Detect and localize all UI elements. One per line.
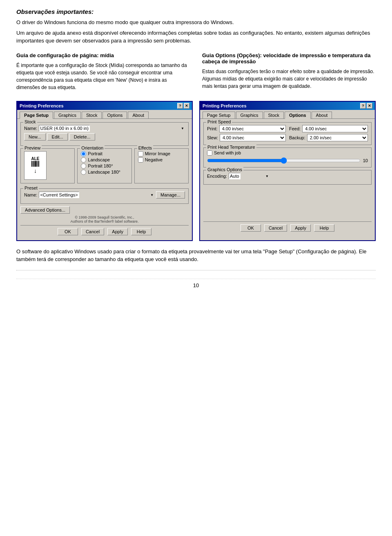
radio-portrait180-input[interactable] [81,163,86,169]
effects-label: Effects [137,145,153,150]
dialog-left-apply-btn[interactable]: Apply [107,228,128,235]
radio-portrait[interactable]: Portrait [81,151,128,156]
radio-landscape180-input[interactable] [81,170,86,175]
temp-slider[interactable] [207,157,361,164]
page-number: 10 [16,279,376,288]
print-speed-name: Print: [207,126,218,131]
stock-name-select[interactable]: USER (4.00 in x 6.00 in) [39,125,90,132]
orientation-group: Orientation Portrait Landscape Portrait … [77,148,131,183]
dialog-right-close-btn[interactable]: ✕ [367,103,372,109]
tab-stock[interactable]: Stock [82,112,102,118]
effects-checkboxes: Mirror Image Negative [138,151,185,163]
effects-group: Effects Mirror Image Negative [134,148,189,183]
print-head-temp-group: Print Head Temperature Send with job 10 [203,147,372,168]
preset-manage-btn[interactable]: Manage... [156,191,185,199]
tab-right-page-setup[interactable]: Page Setup [203,112,235,118]
negative-checkbox[interactable] [138,157,143,163]
radio-landscape-input[interactable] [81,157,86,163]
stock-new-btn[interactable]: New... [24,133,46,141]
encoding-label: Encoding: [207,174,227,179]
tab-right-graphics[interactable]: Graphics [236,112,263,118]
mirror-checkbox[interactable] [138,151,143,156]
send-with-job-checkbox[interactable] [207,150,212,156]
checkbox-mirror[interactable]: Mirror Image [138,151,185,156]
dialog-right-content: Print Speed Print: 4.00 in/sec Feed: 4.0… [200,119,375,237]
dialog-left-cancel-btn[interactable]: Cancel [81,228,104,235]
checkbox-negative[interactable]: Negative [138,157,185,163]
print-speed-label: Print Speed [206,119,232,124]
tab-options[interactable]: Options [102,112,127,118]
preset-name-label: Name: [24,192,37,197]
col-left-heading: Guia de configuração de página: mídia [16,52,190,58]
stock-name-row: Name: USER (4.00 in x 6.00 in) [24,125,185,132]
dialog-left-help-btn[interactable]: Help [131,228,151,235]
stock-group: Stock Name: USER (4.00 in x 6.00 in) New… [20,122,189,146]
preview-group: Preview ALE ↓ [20,148,75,183]
temp-value: 10 [363,158,368,163]
dialog-right-titlebar: Printing Preferences ? ✕ [200,102,375,110]
send-with-job-label: Send with job [214,150,241,155]
print-speed-select[interactable]: 4.00 in/sec [219,125,286,132]
preset-group: Preset Name: <Current Settings> Manage..… [20,188,189,204]
stock-delete-btn[interactable]: Delete... [69,133,95,141]
speed-row-1: Print: 4.00 in/sec Feed: 4.00 in/sec [207,125,368,132]
dialog-left-help-btn[interactable]: ? [177,103,183,109]
col-right: Guia Options (Opções): velocidade de imp… [202,52,376,94]
col-right-heading: Guia Options (Opções): velocidade de imp… [202,52,376,65]
encoding-select[interactable]: Auto [229,173,241,179]
tab-right-stock[interactable]: Stock [264,112,284,118]
dialog-right-apply-btn[interactable]: Apply [290,224,311,232]
print-speed-group: Print Speed Print: 4.00 in/sec Feed: 4.0… [203,122,372,145]
dialog-left: Printing Preferences ? ✕ Page Setup Grap… [16,101,193,241]
intro-text-2: Um arquivo de ajuda anexo está disponíve… [16,29,376,45]
preset-name-select[interactable]: <Current Settings> [39,192,79,198]
print-speed-cell: Print: 4.00 in/sec [207,125,286,132]
feed-speed-select[interactable]: 4.00 in/sec [302,125,368,132]
slew-speed-cell: Slew: 4.00 in/sec [207,134,286,141]
tab-right-about[interactable]: About [312,112,332,118]
page-title: Observações importantes: [16,8,376,15]
bottom-paragraph: O software do aplicativo Windows usado p… [16,248,376,264]
dialog-left-ok-btn[interactable]: OK [58,228,78,235]
dialog-right-cancel-btn[interactable]: Cancel [264,224,287,232]
intro-text-1: O driver do Windows funciona do mesmo mo… [16,18,376,27]
dialog-left-bottom-buttons: OK Cancel Apply Help [20,225,189,237]
dialog-right-help-btn[interactable]: ? [360,103,366,109]
tab-about[interactable]: About [128,112,149,118]
tab-right-options[interactable]: Options [285,112,311,119]
preset-label: Preset [23,185,39,190]
dialog-left-content: Stock Name: USER (4.00 in x 6.00 in) New… [17,119,192,240]
radio-landscape180[interactable]: Landscape 180° [81,170,128,175]
orientation-radios: Portrait Landscape Portrait 180° Landsca… [81,151,128,175]
stock-group-label: Stock [23,119,37,124]
dialog-left-title: Printing Preferences [20,103,64,108]
tab-graphics[interactable]: Graphics [54,112,81,118]
dialog-right-help-btn[interactable]: Help [314,224,334,232]
tab-page-setup[interactable]: Page Setup [20,112,53,119]
stock-name-label: Name: [24,126,37,131]
feed-speed-name: Feed: [289,126,301,131]
dialog-left-close-btn[interactable]: ✕ [184,103,189,109]
radio-portrait180[interactable]: Portrait 180° [81,163,128,169]
radio-landscape[interactable]: Landscape [81,157,128,163]
dialog-left-tabs: Page Setup Graphics Stock Options About [17,110,192,119]
two-col-section: Guia de configuração de página: mídia É … [16,52,376,94]
dialog-right: Printing Preferences ? ✕ Page Setup Grap… [199,101,376,241]
stock-edit-btn[interactable]: Edit... [47,133,68,141]
backup-speed-select[interactable]: 2.00 in/sec [307,134,368,141]
dialog-right-ok-btn[interactable]: OK [241,224,261,232]
stock-buttons-row: New... Edit... Delete... [24,133,185,141]
graphics-options-label: Graphics Options [206,167,243,172]
backup-speed-cell: Backup: 2.00 in/sec [289,134,368,141]
backup-speed-name: Backup: [289,135,305,140]
radio-portrait-input[interactable] [81,151,86,156]
graphics-options-group: Graphics Options Encoding: Auto [203,170,372,185]
spacer [203,187,372,220]
advanced-options-btn[interactable]: Advanced Options... [20,206,70,214]
advanced-btn-row: Advanced Options... [20,206,189,214]
dialog-right-bottom-buttons: OK Cancel Apply Help [203,221,372,233]
col-left: Guia de configuração de página: mídia É … [16,52,190,94]
preset-name-row: Name: <Current Settings> Manage... [24,191,185,199]
slew-speed-select[interactable]: 4.00 in/sec [220,134,286,141]
preview-barcode [31,161,39,167]
